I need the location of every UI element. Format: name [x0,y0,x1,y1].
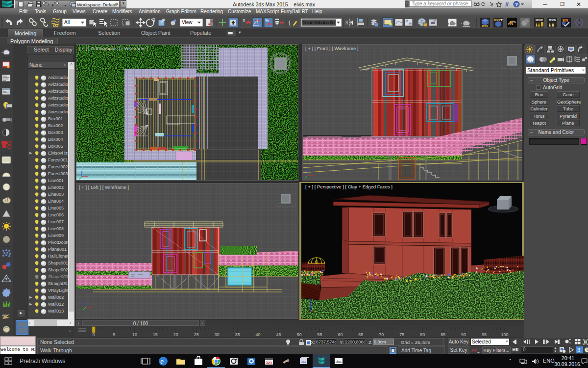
svg-text:?: ? [515,2,518,7]
svg-text:15: 15 [153,332,158,337]
svg-text:100: 100 [501,332,508,337]
svg-text:[ + ] [ Orthographic ] [ Wiref: [ + ] [ Orthographic ] [ Wireframe ] [79,46,148,51]
svg-text:All: All [64,20,70,25]
svg-text:10: 10 [132,332,137,337]
svg-text:[ + ] [ Perspective ] [ Clay +: [ + ] [ Perspective ] [ Clay + Edged Fac… [305,184,392,189]
svg-text:{: { [289,20,291,26]
svg-text:75: 75 [399,332,404,337]
svg-text:BIN: BIN [563,19,568,22]
svg-text:40: 40 [256,332,261,337]
svg-text:!!: !! [577,347,581,353]
svg-text:[ + ] [ Left ] [ Wireframe ]: [ + ] [ Left ] [ Wireframe ] [79,184,129,190]
svg-text:MXW: MXW [549,19,556,22]
svg-text:25: 25 [194,332,199,337]
svg-text:Create Selection Se: Create Selection Se [302,20,335,25]
svg-text:45: 45 [276,332,281,337]
svg-text:0x: 0x [2,330,5,333]
svg-text:321: 321 [266,361,272,365]
svg-text:HF: HF [2,314,6,317]
svg-text:95: 95 [482,332,487,337]
svg-text:%: % [265,18,269,23]
svg-text:e: e [160,357,164,366]
svg-text:60: 60 [338,332,343,337]
svg-text:55: 55 [317,332,322,337]
svg-text:X: X [505,1,509,7]
svg-text:5: 5 [113,332,115,337]
svg-text:N: N [510,21,513,26]
svg-text:20: 20 [173,332,178,337]
svg-text:3: 3 [243,18,245,23]
svg-text:90: 90 [461,332,466,337]
svg-text:65: 65 [358,332,363,337]
svg-text:MXS: MXS [494,19,500,22]
svg-text:85: 85 [441,332,445,337]
svg-text:35: 35 [235,332,240,337]
svg-text:[ + ] [ Front ] [ Wireframe ]: [ + ] [ Front ] [ Wireframe ] [305,46,358,51]
svg-text:View: View [182,20,193,25]
svg-text:MXS: MXS [482,25,488,27]
svg-text:80: 80 [420,332,425,337]
svg-text:30: 30 [215,332,220,337]
svg-text:70: 70 [379,332,384,337]
svg-text:50: 50 [296,332,301,337]
svg-text:MXW: MXW [536,19,543,22]
